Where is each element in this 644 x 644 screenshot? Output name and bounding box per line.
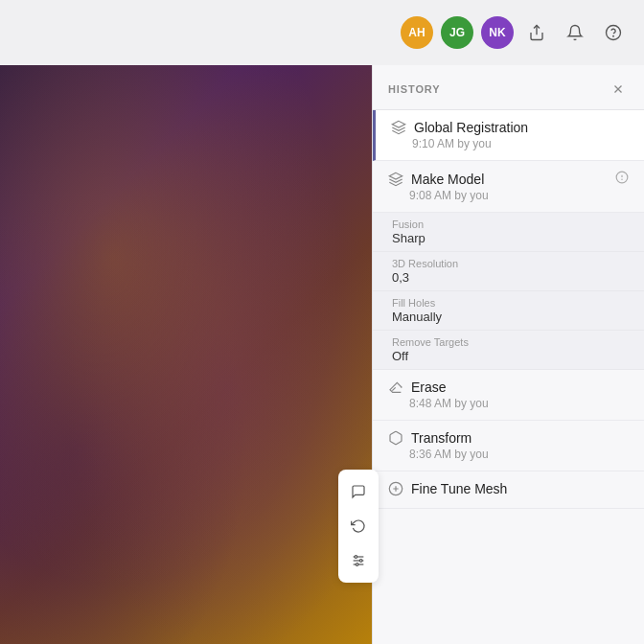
avatar-jg[interactable]: JG [441,16,473,49]
fusion-value: Sharp [392,231,625,245]
item-time-transform: 8:36 AM by you [388,448,629,461]
chat-tool-button[interactable] [342,475,375,508]
history-item-transform[interactable]: Transform 8:36 AM by you [373,421,644,472]
history-header: HISTORY [373,65,644,110]
item-name-transform: Transform [411,430,472,446]
make-model-details: Fusion Sharp 3D Resolution 0,3 Fill Hole… [373,213,644,370]
3d-resolution-label: 3D Resolution [392,258,625,269]
remove-targets-label: Remove Targets [392,336,625,348]
fine-tune-icon [388,481,403,496]
detail-fusion: Fusion Sharp [373,213,644,252]
item-time-erase: 8:48 AM by you [388,397,629,410]
history-item-fine-tune-mesh[interactable]: Fine Tune Mesh [373,472,644,509]
history-tool-button[interactable] [342,510,375,542]
detail-3d-resolution: 3D Resolution 0,3 [373,252,644,291]
help-button[interactable] [598,17,629,48]
layers-icon-make-model [388,172,403,187]
history-panel: HISTORY Global Regist [372,65,644,644]
eraser-icon [388,380,403,395]
svg-marker-11 [392,121,404,127]
fill-holes-value: Manually [392,310,625,324]
settings-tool-button[interactable] [342,544,375,577]
item-time-make-model: 9:08 AM by you [388,189,629,202]
svg-point-1 [607,26,621,40]
toolbar: AH JG NK [0,0,644,65]
history-item-make-model[interactable]: Make Model 9:08 AM by you [373,161,644,213]
info-button-make-model[interactable] [615,171,629,187]
detail-remove-targets: Remove Targets Off [373,331,644,370]
item-name-fine-tune-mesh: Fine Tune Mesh [411,481,507,496]
history-item-global-registration[interactable]: Global Registration 9:10 AM by you [373,110,644,161]
share-button[interactable] [521,17,552,48]
tool-panel [338,470,379,583]
3d-viewport [0,0,379,644]
layers-icon [391,120,406,135]
item-time-global-registration: 9:10 AM by you [391,137,629,150]
item-name-global-registration: Global Registration [414,120,528,135]
transform-icon [388,430,403,446]
svg-point-7 [359,560,362,563]
avatar-ah[interactable]: AH [401,16,433,49]
fill-holes-label: Fill Holes [392,297,625,309]
detail-fill-holes: Fill Holes Manually [373,291,644,331]
svg-marker-12 [389,172,402,179]
svg-point-6 [355,556,357,559]
svg-point-8 [356,564,358,566]
history-title: HISTORY [388,83,440,95]
history-close-button[interactable] [608,79,629,100]
item-name-make-model: Make Model [411,172,484,187]
avatar-nk[interactable]: NK [481,16,514,49]
history-list: Global Registration 9:10 AM by you Make … [373,110,644,644]
3d-resolution-value: 0,3 [392,270,625,285]
fusion-label: Fusion [392,218,625,230]
notifications-button[interactable] [560,17,590,48]
remove-targets-value: Off [392,349,625,363]
item-name-erase: Erase [411,380,447,395]
history-item-erase[interactable]: Erase 8:48 AM by you [373,370,644,421]
